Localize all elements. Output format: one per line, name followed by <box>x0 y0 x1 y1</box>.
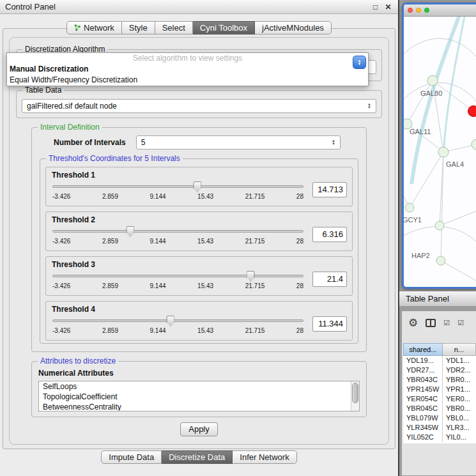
network-canvas[interactable]: GAL80 GAL11 GAL4 GCY1 HAP2 <box>404 17 476 286</box>
table-row[interactable]: YPR145WYPR1... <box>403 385 476 394</box>
table-data-combobox[interactable]: galFiltered.sif default node ▲▼ <box>22 99 376 113</box>
table-row[interactable]: YBL079WYBL0... <box>403 413 476 423</box>
discretization-form: Discretization Algorithm Table Data galF… <box>9 37 389 445</box>
threshold-1-value-field[interactable]: 14.713 <box>312 182 347 197</box>
tab-label: Select <box>162 23 185 33</box>
network-node[interactable] <box>436 256 445 265</box>
table-row[interactable]: YBR043CYBR0... <box>403 375 476 385</box>
threshold-3-value-field[interactable]: 21.4 <box>312 272 347 287</box>
thresholds-group: Threshold's Coordinates for 5 Intervals … <box>40 158 358 344</box>
tab-label: Style <box>129 23 148 33</box>
tick-label: 15.43 <box>197 282 213 289</box>
float-window-icon[interactable]: □ <box>371 3 380 12</box>
tick-label: 21.715 <box>245 238 265 245</box>
table-row[interactable]: YER054CYER0... <box>403 394 476 404</box>
tick-label: -3.426 <box>52 327 70 334</box>
tab-cyni-toolbox[interactable]: Cyni Toolbox <box>193 21 255 35</box>
tick-label: 2.859 <box>102 238 118 245</box>
checkbox-icon[interactable]: ☑ <box>443 319 450 326</box>
threshold-4-value-field[interactable]: 11.344 <box>312 316 347 332</box>
number-of-intervals-label: Number of Intervals <box>54 138 126 147</box>
tick-label: -3.426 <box>52 193 70 200</box>
apply-button[interactable]: Apply <box>180 422 218 436</box>
minimize-button[interactable] <box>416 8 421 13</box>
algorithm-combo-display[interactable]: Select algorithm to view settings ▲▼ <box>7 53 368 64</box>
zoom-button[interactable] <box>424 8 429 13</box>
network-view-window[interactable]: GAL80 GAL11 GAL4 GCY1 HAP2 <box>402 3 476 289</box>
checkbox-icon[interactable]: ☑ <box>457 319 464 326</box>
algorithm-option-manual-discretization[interactable]: Manual Discretization <box>7 64 368 75</box>
tick-label: 2.859 <box>102 193 118 200</box>
list-item[interactable]: BetweennessCentrality <box>39 402 359 411</box>
table-row[interactable]: YBR045CYBR0... <box>403 404 476 413</box>
tick-label: 9.144 <box>150 193 166 200</box>
threshold-2-value-field[interactable]: 6.316 <box>312 227 347 242</box>
tab-style[interactable]: Style <box>122 21 155 35</box>
close-window-icon[interactable]: ✕ <box>383 3 393 12</box>
threshold-1-slider[interactable]: -3.4262.8599.14415.4321.71528 <box>52 180 303 200</box>
table-row[interactable]: YDR27...YDR2... <box>403 365 476 375</box>
tick-label: 2.859 <box>102 282 118 289</box>
table-panel-header: Table Panel <box>399 291 476 307</box>
table-row[interactable]: YIL052CYIL0... <box>403 433 476 442</box>
slider-track[interactable] <box>52 319 303 322</box>
tab-infer-network[interactable]: Infer Network <box>233 450 296 464</box>
combo-arrows-button[interactable]: ▲▼ <box>353 56 366 69</box>
tab-label: Cyni Toolbox <box>200 23 247 33</box>
tab-label: Discretize Data <box>169 452 225 462</box>
gear-icon[interactable]: ⚙ <box>408 318 418 328</box>
combo-arrows-icon[interactable]: ▲▼ <box>367 100 371 112</box>
numerical-attributes-label: Numerical Attributes <box>38 369 366 378</box>
slider-track[interactable] <box>52 230 303 233</box>
columns-icon[interactable] <box>426 319 436 327</box>
scrollbar-thumb[interactable] <box>352 383 358 403</box>
number-of-intervals-combobox[interactable]: 5 ▲▼ <box>136 135 341 150</box>
tab-discretize-data[interactable]: Discretize Data <box>162 450 233 464</box>
tab-label: Impute Data <box>109 452 154 462</box>
node-label: HAP2 <box>411 252 430 259</box>
tick-label: 9.144 <box>150 282 166 289</box>
table-row[interactable]: YLR345WYLR3... <box>403 423 476 433</box>
number-of-intervals-value: 5 <box>141 138 146 147</box>
tick-label: 9.144 <box>150 327 166 334</box>
column-header-shared-name[interactable]: shared... <box>403 343 443 356</box>
slider-scale: -3.4262.8599.14415.4321.71528 <box>52 193 303 200</box>
network-node[interactable] <box>405 203 414 212</box>
threshold-label: Threshold 1 <box>46 167 352 180</box>
tick-label: 15.43 <box>197 193 213 200</box>
tab-impute-data[interactable]: Impute Data <box>101 450 162 464</box>
column-header-name[interactable]: n... <box>443 343 476 356</box>
slider-scale: -3.4262.8599.14415.4321.71528 <box>52 238 303 245</box>
tab-jactivemodules[interactable]: jActiveMNodules <box>255 21 332 35</box>
table-row[interactable]: YDL19...YDL1... <box>403 356 476 365</box>
slider-handle[interactable] <box>126 226 134 237</box>
close-button[interactable] <box>408 8 413 13</box>
slider-handle[interactable] <box>247 271 255 282</box>
combo-arrows-icon[interactable]: ▲▼ <box>332 136 335 149</box>
interval-definition-label: Interval Definition <box>38 123 102 132</box>
algorithm-option-equal-width-frequency[interactable]: Equal Width/Frequency Discretization <box>7 75 368 86</box>
threshold-4-slider[interactable]: -3.4262.8599.14415.4321.71528 <box>52 314 303 334</box>
network-node[interactable] <box>435 221 444 230</box>
list-item[interactable]: SelfLoops <box>39 381 359 392</box>
node-label: GAL11 <box>410 128 431 135</box>
slider-track[interactable] <box>52 275 303 277</box>
attributes-scrollbar[interactable] <box>351 381 359 411</box>
cyni-toolbox-panel: Discretization Algorithm Table Data galF… <box>3 28 395 449</box>
list-item[interactable]: TopologicalCoefficient <box>39 392 359 402</box>
slider-track[interactable] <box>52 185 303 188</box>
network-node-selected[interactable] <box>468 106 476 117</box>
network-window-titlebar <box>404 4 476 17</box>
network-node[interactable] <box>472 139 476 150</box>
tick-label: 2.859 <box>102 327 118 334</box>
tab-network[interactable]: Network <box>66 21 122 35</box>
tab-select[interactable]: Select <box>155 21 193 35</box>
threshold-2-slider[interactable]: -3.4262.8599.14415.4321.71528 <box>52 224 303 245</box>
threshold-label: Threshold 2 <box>46 212 352 224</box>
table-panel: ⚙ ☑ ☑ shared... n... YDL19...YDL1... YDR… <box>401 311 476 476</box>
threshold-3-slider[interactable]: -3.4262.8599.14415.4321.71528 <box>52 269 303 289</box>
network-node[interactable] <box>427 75 438 86</box>
slider-handle[interactable] <box>166 316 174 326</box>
network-node[interactable] <box>438 147 449 157</box>
slider-handle[interactable] <box>193 181 201 192</box>
